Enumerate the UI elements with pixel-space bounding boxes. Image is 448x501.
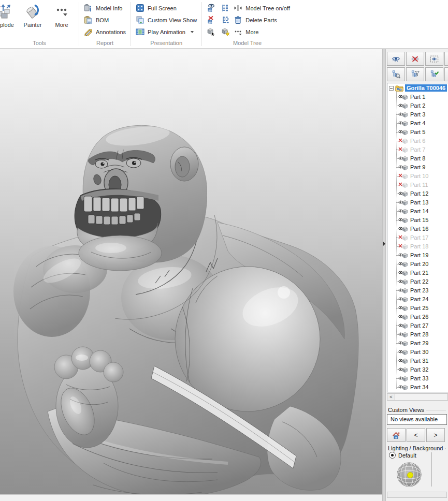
presentation-group-label: Presentation <box>134 40 199 48</box>
tree-part-row[interactable]: Part 9 <box>387 163 448 172</box>
tree-part-row[interactable]: Part 10 <box>387 172 448 181</box>
part-cube-icon <box>402 112 408 119</box>
part-cube-icon <box>402 138 408 145</box>
gorilla-model <box>0 49 382 494</box>
report-group-label: Report <box>82 40 128 48</box>
full-screen-button[interactable]: Full Screen <box>134 3 199 13</box>
tree-part-row[interactable]: Part 8 <box>387 154 448 163</box>
tree-part-row[interactable]: Part 32 <box>387 365 448 374</box>
part-cube-icon <box>402 156 408 163</box>
clipped-button[interactable] <box>444 52 448 66</box>
part-label: Part 24 <box>410 296 428 302</box>
custom-view-show-button[interactable]: Custom View Show <box>134 14 199 25</box>
part-cube-icon <box>402 349 408 357</box>
lighting-sphere-preview[interactable] <box>396 462 422 489</box>
hide-parts-tree-button[interactable] <box>205 16 217 24</box>
tree-part-row[interactable]: Part 21 <box>387 269 448 277</box>
tree-part-row[interactable]: Part 27 <box>387 321 448 330</box>
viewport-3d[interactable] <box>0 49 382 494</box>
show-parts-button[interactable] <box>387 52 405 66</box>
hide-parts-button[interactable] <box>406 52 424 66</box>
tree-part-row[interactable]: Part 18 <box>387 242 448 251</box>
collapse-list-button[interactable] <box>219 16 232 24</box>
more-model-tree-button[interactable]: More <box>234 27 290 36</box>
highlight-part-button[interactable] <box>219 27 232 36</box>
scroll-left-button[interactable]: < <box>387 394 395 400</box>
ribbon-group-model-tree: Model Tree on/off Delete Parts More Mode… <box>202 0 292 48</box>
panel-splitter[interactable] <box>382 49 386 501</box>
tree-part-row[interactable]: Part 20 <box>387 260 448 269</box>
select-part-button[interactable] <box>205 27 217 36</box>
part-label: Part 17 <box>410 234 428 241</box>
lighting-default-radio[interactable]: Default <box>389 452 416 459</box>
tree-part-row[interactable]: Part 22 <box>387 277 448 286</box>
tree-part-row[interactable]: Part 28 <box>387 330 448 339</box>
show-selected-eye-icon <box>430 54 439 63</box>
part-cube-icon <box>402 261 408 269</box>
tree-part-row[interactable]: Part 29 <box>387 339 448 348</box>
part-cube-icon <box>402 94 408 101</box>
model-tree-onoff-button[interactable]: Model Tree on/off <box>234 4 290 12</box>
panel-bottom-scrollbar[interactable] <box>387 492 447 498</box>
painter-button[interactable]: Painter <box>18 0 47 37</box>
part-label: Part 5 <box>410 129 425 135</box>
bom-button[interactable]: BOM <box>82 14 128 25</box>
previous-view-button[interactable]: < <box>407 428 425 442</box>
tree-part-row[interactable]: Part 14 <box>387 207 448 216</box>
custom-views-dropdown[interactable]: No views available <box>387 414 447 425</box>
tree-part-row[interactable]: Part 13 <box>387 198 448 207</box>
tree-part-row[interactable]: Part 3 <box>387 110 448 119</box>
annotations-button[interactable]: Annotations <box>82 26 128 37</box>
tree-part-row[interactable]: Part 31 <box>387 357 448 365</box>
tree-part-row[interactable]: Part 15 <box>387 216 448 225</box>
tree-part-row[interactable]: Part 11 <box>387 181 448 189</box>
paint-bucket-icon <box>24 3 41 21</box>
next-view-button[interactable]: > <box>426 428 445 442</box>
tree-search-button[interactable] <box>387 67 405 81</box>
part-label: Part 3 <box>410 111 425 117</box>
part-label: Part 8 <box>410 155 425 161</box>
show-selected-button[interactable] <box>425 52 443 66</box>
tree-horizontal-scrollbar[interactable]: < <box>387 393 448 401</box>
play-animation-button[interactable]: Play Animation <box>134 26 199 37</box>
tree-check-button[interactable] <box>425 67 443 81</box>
tree-part-row[interactable]: Part 2 <box>387 101 448 110</box>
tree-part-row[interactable]: Part 7 <box>387 145 448 154</box>
bom-label: BOM <box>96 17 109 23</box>
tree-part-row[interactable]: Part 34 <box>387 383 448 392</box>
custom-view-show-label: Custom View Show <box>148 17 197 23</box>
tree-part-row[interactable]: Part 30 <box>387 348 448 357</box>
expand-list-button[interactable] <box>219 4 232 12</box>
tree-part-row[interactable]: Part 26 <box>387 313 448 321</box>
full-screen-label: Full Screen <box>148 5 177 11</box>
part-label: Part 29 <box>410 340 428 346</box>
tree-part-row[interactable]: Part 24 <box>387 295 448 304</box>
show-parts-tree-button[interactable] <box>205 4 217 12</box>
tree-filter-button[interactable] <box>406 67 424 81</box>
tree-part-row[interactable]: Part 17 <box>387 233 448 242</box>
part-cube-icon <box>402 305 408 313</box>
tree-part-row[interactable]: Part 33 <box>387 374 448 383</box>
tree-part-row[interactable]: Part 25 <box>387 304 448 313</box>
tree-part-row[interactable]: Part 12 <box>387 189 448 198</box>
collapse-expander-icon[interactable] <box>389 86 394 91</box>
tree-part-row[interactable]: Part 16 <box>387 225 448 233</box>
delete-parts-button[interactable]: Delete Parts <box>234 16 290 24</box>
explode-label: Explode <box>0 22 14 28</box>
radio-selected-icon <box>389 452 396 459</box>
tree-part-row[interactable]: Part 6 <box>387 137 448 145</box>
tree-part-row[interactable]: Part 5 <box>387 128 448 137</box>
part-cube-icon <box>402 191 408 198</box>
model-info-button[interactable]: Model Info <box>82 3 128 13</box>
tree-part-row[interactable]: Part 19 <box>387 251 448 260</box>
tree-part-row[interactable]: Part 1 <box>387 93 448 101</box>
more-tools-button[interactable]: More <box>47 0 76 37</box>
tree-part-row[interactable]: Part 4 <box>387 119 448 128</box>
clipped-button[interactable] <box>444 67 448 81</box>
default-view-button[interactable] <box>387 428 406 442</box>
part-cube-icon <box>402 367 408 374</box>
tree-part-row[interactable]: Part 23 <box>387 286 448 295</box>
hide-parts-tree-icon <box>207 16 215 24</box>
explode-button[interactable]: Explode <box>0 0 18 37</box>
part-cube-icon <box>402 341 408 348</box>
